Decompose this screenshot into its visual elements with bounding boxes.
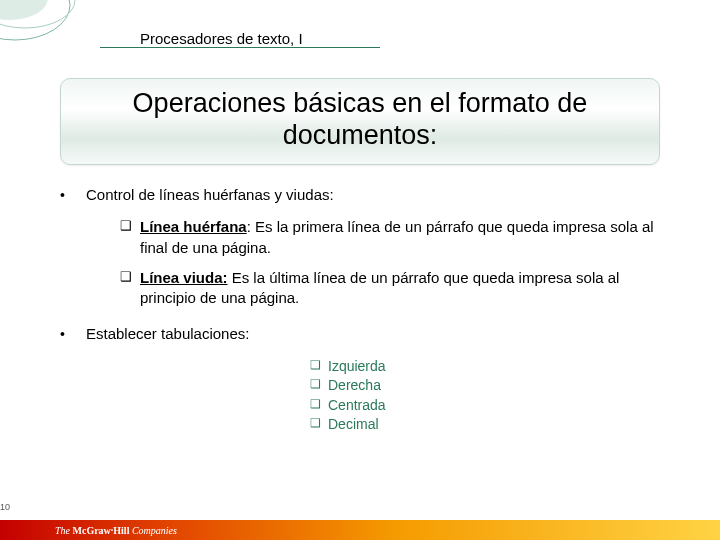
bullet-item: Establecer tabulaciones:: [60, 324, 670, 344]
header-text: Procesadores de texto, I: [140, 30, 303, 47]
footer-bar: The McGraw·Hill Companies: [0, 520, 720, 540]
sub-item-text: Línea huérfana: Es la primera línea de u…: [140, 217, 670, 258]
square-bullet-icon: ❑: [310, 357, 328, 377]
bullet-text: Establecer tabulaciones:: [86, 324, 249, 344]
square-bullet-icon: ❑: [120, 268, 140, 309]
tab-label: Derecha: [328, 376, 381, 396]
tab-label: Decimal: [328, 415, 379, 435]
tab-list: ❑Izquierda ❑Derecha ❑Centrada ❑Decimal: [310, 357, 670, 435]
tab-option: ❑Centrada: [310, 396, 670, 416]
bullet-item: Control de líneas huérfanas y viudas:: [60, 185, 670, 205]
header-underline: [100, 47, 380, 48]
bullet-icon: [60, 324, 86, 344]
brand-post: Companies: [129, 525, 177, 536]
square-bullet-icon: ❑: [310, 396, 328, 416]
brand-pre: The: [55, 525, 73, 536]
sub-item-text: Línea viuda: Es la última línea de un pá…: [140, 268, 670, 309]
corner-decoration: [0, 0, 110, 70]
square-bullet-icon: ❑: [120, 217, 140, 258]
svg-point-1: [0, 0, 75, 28]
sub-item: ❑ Línea huérfana: Es la primera línea de…: [120, 217, 670, 258]
page-number: 10: [0, 502, 10, 512]
square-bullet-icon: ❑: [310, 415, 328, 435]
brand-bold: McGraw·Hill: [73, 525, 130, 536]
tab-option: ❑Izquierda: [310, 357, 670, 377]
slide-title: Operaciones básicas en el formato de doc…: [60, 78, 660, 165]
slide-content: Control de líneas huérfanas y viudas: ❑ …: [60, 185, 670, 435]
bullet-icon: [60, 185, 86, 205]
svg-point-0: [0, 0, 70, 40]
tab-label: Izquierda: [328, 357, 386, 377]
square-bullet-icon: ❑: [310, 376, 328, 396]
tab-label: Centrada: [328, 396, 386, 416]
brand-logo: The McGraw·Hill Companies: [55, 525, 177, 536]
svg-point-2: [0, 0, 48, 20]
tab-option: ❑Derecha: [310, 376, 670, 396]
bullet-text: Control de líneas huérfanas y viudas:: [86, 185, 334, 205]
tab-option: ❑Decimal: [310, 415, 670, 435]
sub-item: ❑ Línea viuda: Es la última línea de un …: [120, 268, 670, 309]
